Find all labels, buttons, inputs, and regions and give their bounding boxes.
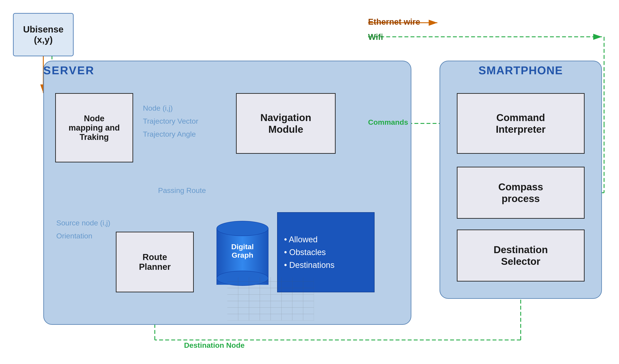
command-interpreter-label: CommandInterpreter: [496, 112, 546, 135]
node-ij-label: Node (i,j): [143, 104, 173, 112]
compass-process-label: Compassprocess: [498, 181, 543, 204]
node-mapping-box: Nodemapping andTraking: [55, 93, 133, 162]
smartphone-label: SMARTPHONE: [439, 64, 602, 77]
server-label: SERVER: [43, 64, 95, 77]
wifi-label: Wifi: [368, 32, 383, 42]
obstacles-item: • Obstacles: [284, 248, 374, 257]
trajectory-angle-label: Trajectory Angle: [143, 130, 196, 138]
navigation-module-box: NavigationModule: [236, 93, 336, 154]
diagram-container: Ubisense(x,y) Ethernet wire Wifi SERVER …: [0, 0, 619, 364]
compass-process-box: Compassprocess: [457, 167, 585, 219]
grid-floor: [227, 277, 314, 321]
navigation-module-label: NavigationModule: [260, 112, 311, 135]
orientation-label: Orientation: [56, 232, 92, 240]
command-interpreter-box: CommandInterpreter: [457, 93, 585, 154]
route-planner-label: RoutePlanner: [139, 252, 171, 272]
allowed-item: • Allowed: [284, 235, 374, 244]
passing-route-label: Passing Route: [158, 186, 206, 195]
digital-graph: DigitalGraph: [216, 221, 268, 286]
source-node-label: Source node (i,j): [56, 219, 110, 227]
destination-node-label: Destination Node: [184, 341, 245, 350]
destination-selector-box: DestinationSelector: [457, 230, 585, 281]
destination-selector-label: DestinationSelector: [494, 244, 548, 267]
destinations-item: • Destinations: [284, 261, 374, 270]
ubisense-box: Ubisense(x,y): [13, 13, 74, 56]
trajectory-vector-label: Trajectory Vector: [143, 117, 198, 125]
cylinder-top: [216, 221, 268, 236]
node-mapping-label: Nodemapping andTraking: [69, 114, 120, 142]
ubisense-label: Ubisense(x,y): [23, 24, 64, 45]
ethernet-wire-label: Ethernet wire: [368, 17, 420, 27]
route-planner-box: RoutePlanner: [116, 232, 194, 292]
digital-graph-label: DigitalGraph: [216, 242, 268, 259]
commands-label: Commands: [368, 118, 408, 126]
